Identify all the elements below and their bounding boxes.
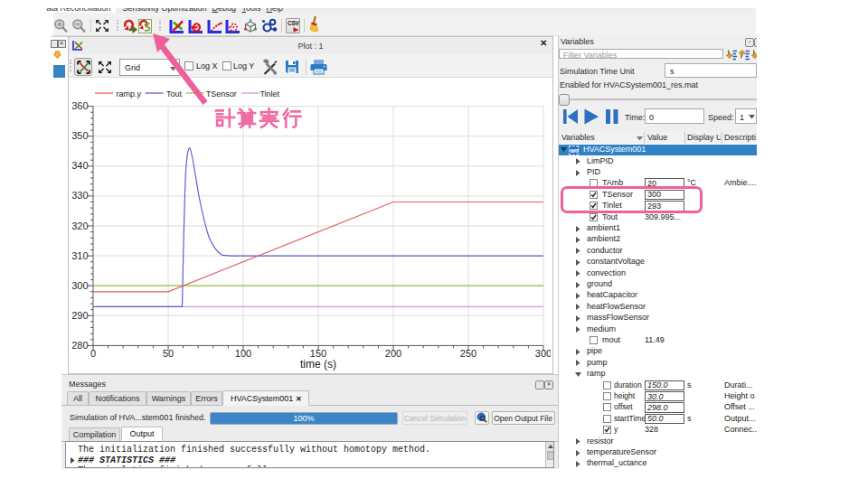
svg-text:330: 330 <box>71 190 88 201</box>
svg-text:280: 280 <box>71 340 88 351</box>
svg-text:340: 340 <box>71 160 88 171</box>
svg-text:time (s): time (s) <box>300 358 336 371</box>
svg-text:300: 300 <box>71 280 88 291</box>
svg-text:300: 300 <box>535 348 551 359</box>
svg-text:320: 320 <box>71 221 88 231</box>
svg-text:290: 290 <box>71 310 88 321</box>
svg-text:50: 50 <box>163 348 174 359</box>
svg-text:350: 350 <box>71 130 88 141</box>
svg-text:310: 310 <box>71 250 88 261</box>
svg-text:Tinlet: Tinlet <box>259 89 279 99</box>
svg-text:360: 360 <box>71 100 88 111</box>
svg-text:ramp.y: ramp.y <box>117 89 142 99</box>
svg-text:200: 200 <box>385 348 401 359</box>
svg-text:250: 250 <box>460 348 476 359</box>
svg-text:TSensor: TSensor <box>206 89 237 99</box>
svg-text:Tout: Tout <box>166 89 183 99</box>
svg-text:0: 0 <box>90 348 96 359</box>
svg-text:100: 100 <box>235 348 251 359</box>
